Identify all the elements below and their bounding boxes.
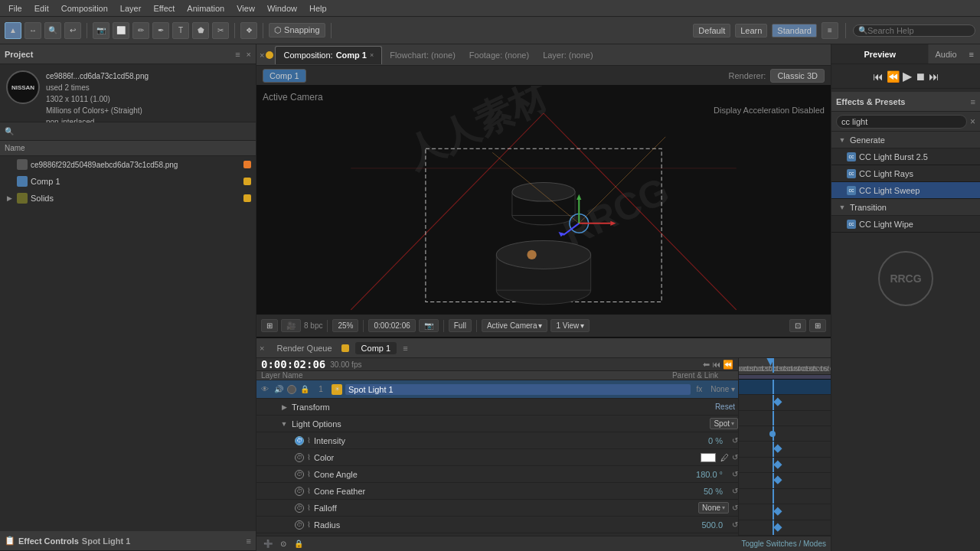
tab-layer[interactable]: Layer: (none) (537, 51, 599, 60)
effects-clear-btn[interactable]: × (970, 116, 975, 127)
tl-prop-intensity[interactable]: ⏱ ⌇ Intensity 0 % ↺ (256, 432, 738, 449)
tl-prop-coneangle-value[interactable]: 180.0 ° (696, 470, 723, 479)
effect-group-generate-header[interactable]: ▼ Generate (831, 132, 980, 148)
tl-kf-coneangle-diamond[interactable] (774, 460, 782, 468)
tool-shape[interactable]: ⬟ (192, 22, 209, 39)
effect-group-transition-header[interactable]: ▼ Transition (831, 199, 980, 216)
quality-btn[interactable]: Full (449, 319, 472, 332)
preview-play[interactable]: ▶ (903, 69, 912, 83)
preview-skip-start[interactable]: ⏮ (873, 70, 884, 83)
project-close-icon[interactable]: × (247, 50, 251, 59)
tool-rotate[interactable]: ↩ (64, 22, 81, 39)
tl-kf-radius-diamond[interactable] (774, 507, 782, 516)
tool-move[interactable]: ↔ (24, 22, 41, 39)
project-search-input[interactable] (17, 127, 251, 136)
tab-composition-close[interactable]: × (370, 51, 374, 59)
project-item-png[interactable]: ce9886f292d50489aebcd6da73c1cd58.png (0, 156, 256, 173)
menu-help[interactable]: Help (304, 2, 332, 15)
workspace-standard[interactable]: Standard (772, 24, 817, 37)
tl-reset-intensity[interactable]: ↺ (732, 436, 738, 445)
camera-view-btn[interactable]: Active Camera ▾ (482, 319, 548, 332)
vp-3d-tools[interactable]: ⊡ (789, 319, 806, 332)
effect-item-cc-light-rays[interactable]: cc CC Light Rays (831, 165, 980, 182)
tl-stopwatch-conefeather[interactable]: ⏱ (295, 487, 304, 496)
tool-text[interactable]: T (172, 22, 189, 39)
effect-item-cc-light-wipe[interactable]: cc CC Light Wipe (831, 216, 980, 233)
toggle-switches-label[interactable]: Toggle Switches / Modes (741, 540, 826, 548)
snapping-toggle[interactable]: ⬡ Snapping (269, 23, 325, 37)
tl-prop-spot-type[interactable]: Spot ▾ (710, 418, 738, 429)
tl-reset-conefeather[interactable]: ↺ (732, 487, 738, 495)
comp1-inner-tab[interactable]: Comp 1 (263, 69, 306, 83)
render-queue-close[interactable]: × (260, 344, 264, 353)
tl-layer-row-1[interactable]: 👁 🔊 🔒 1 ☀ Spot Light 1 fx None ▾ (256, 380, 738, 399)
tool-align[interactable]: ❖ (240, 22, 257, 39)
menu-view[interactable]: View (231, 2, 260, 15)
viewport-mode-btn[interactable]: 🎥 (281, 319, 301, 332)
tl-prop-link-falloff[interactable]: ⌇ (307, 504, 311, 512)
tab-composition[interactable]: Composition: Comp 1 × (275, 46, 382, 64)
tl-layer-solo[interactable] (287, 385, 296, 394)
tl-btn-play-back[interactable]: ⏪ (723, 360, 733, 370)
tool-select[interactable]: ▲ (5, 22, 21, 39)
workspace-menu-icon[interactable]: ≡ (822, 22, 838, 39)
tl-prop-conefeather-value[interactable]: 50 % (704, 487, 723, 496)
tl-stopwatch-coneangle[interactable]: ⏱ (295, 470, 304, 479)
tl-layer-vis[interactable]: 👁 (260, 384, 270, 395)
tl-bottom-solo[interactable]: ⊙ (278, 540, 289, 548)
tl-tab-comp1[interactable]: Comp 1 (355, 342, 397, 354)
preview-stop[interactable]: ⏹ (915, 70, 926, 83)
tl-bottom-add[interactable]: ➕ (261, 540, 275, 548)
preview-prev-frame[interactable]: ⏪ (887, 70, 900, 83)
preview-skip-end[interactable]: ⏭ (929, 70, 939, 83)
capture-btn[interactable]: 📷 (419, 319, 439, 332)
tl-kf-transform-diamond[interactable] (774, 398, 782, 406)
tl-layer-name-label[interactable]: Spot Light 1 (345, 384, 691, 395)
tl-btn-prev-kf[interactable]: ⏮ (712, 360, 720, 370)
tl-kf-color-diamond[interactable] (774, 445, 782, 453)
tl-prop-falloff-dropdown[interactable]: None ▾ (698, 502, 729, 514)
tl-prop-transform-reset[interactable]: Reset (715, 403, 735, 411)
tl-prop-link-intensity[interactable]: ⌇ (307, 436, 311, 445)
tl-prop-link-conefeather[interactable]: ⌇ (307, 487, 311, 495)
tl-stopwatch-falloff[interactable]: ⏱ (295, 504, 304, 513)
timecode-display[interactable]: 0:00:02:06 (368, 319, 415, 332)
close-panel-btn[interactable]: × (260, 51, 264, 60)
tl-playhead[interactable] (773, 358, 774, 373)
tool-rect[interactable]: ⬜ (113, 22, 129, 39)
preview-tab[interactable]: Preview (831, 44, 929, 64)
effect-controls-menu[interactable]: ≡ (247, 536, 251, 546)
tl-prop-coneangle[interactable]: ⏱ ⌇ Cone Angle 180.0 ° ↺ (256, 466, 738, 483)
menu-edit[interactable]: Edit (29, 2, 54, 15)
tool-zoom[interactable]: 🔍 (44, 22, 61, 39)
tl-prop-radius-value[interactable]: 500.0 (701, 520, 723, 530)
menu-window[interactable]: Window (262, 2, 302, 15)
tl-prop-intensity-value[interactable]: 0 % (708, 436, 723, 445)
tl-stopwatch-radius[interactable]: ⏱ (295, 520, 304, 530)
effect-item-cc-light-sweep[interactable]: cc CC Light Sweep (831, 182, 980, 199)
tl-prop-radius[interactable]: ⏱ ⌇ Radius 500.0 ↺ (256, 517, 738, 533)
tl-stopwatch-intensity[interactable]: ⏱ (295, 436, 304, 445)
tl-prop-link-color[interactable]: ⌇ (307, 453, 311, 461)
tl-timecode[interactable]: 0:00:02:06 (261, 358, 325, 370)
effects-presets-menu[interactable]: ≡ (971, 97, 975, 106)
tool-brush[interactable]: ✒ (152, 22, 169, 39)
effects-search-input[interactable] (836, 115, 967, 129)
snap-btn[interactable]: ⊞ (261, 319, 278, 332)
tl-bottom-lock[interactable]: 🔒 (292, 540, 305, 548)
menu-composition[interactable]: Composition (56, 2, 113, 15)
tl-color-pipette[interactable]: 🖊 (720, 453, 729, 462)
tl-kf-conefeather-diamond[interactable] (774, 476, 782, 484)
tab-flowchart[interactable]: Flowchart: (none) (384, 51, 462, 60)
project-menu-icon[interactable]: ≡ (235, 50, 240, 59)
renderer-value[interactable]: Classic 3D (770, 69, 825, 83)
tl-prop-conefeather[interactable]: ⏱ ⌇ Cone Feather 50 % ↺ (256, 483, 738, 500)
tl-reset-falloff[interactable]: ↺ (732, 504, 738, 512)
workspace-default[interactable]: Default (693, 24, 730, 37)
tl-layer-audio[interactable]: 🔊 (273, 384, 284, 395)
tl-prop-link-radius[interactable]: ⌇ (307, 520, 311, 529)
audio-tab[interactable]: Audio (929, 44, 962, 64)
vp-grid-btn[interactable]: ⊞ (809, 319, 826, 332)
tl-layer-fx-icon[interactable]: fx (694, 384, 704, 395)
tl-prop-color[interactable]: ⏱ ⌇ Color 🖊 ↺ (256, 449, 738, 466)
